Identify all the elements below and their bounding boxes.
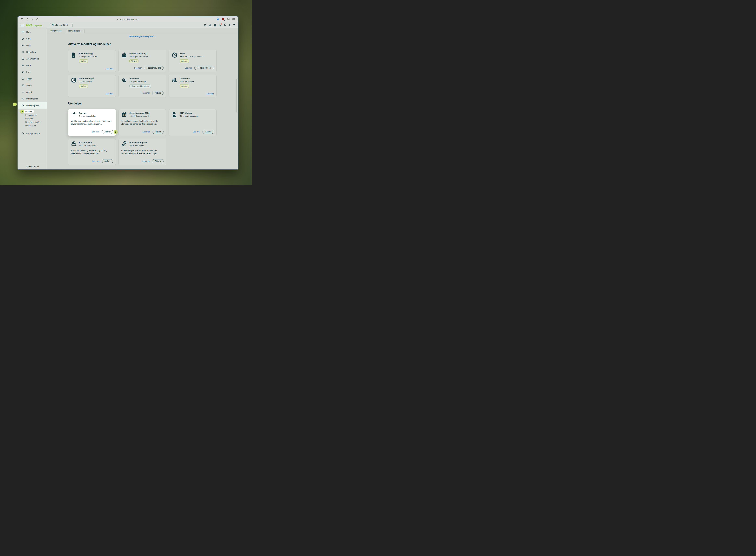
menu-hamburger-icon[interactable]	[21, 24, 24, 26]
shield-badge: 8	[224, 20, 225, 21]
close-icon[interactable]: ×	[81, 30, 82, 32]
aktiver-button[interactable]: Aktiver	[152, 130, 164, 134]
module-title: Etterbetaling lønn	[129, 141, 148, 144]
module-card-ehf-mottak: EHF Mottak 4.5 kr per transaksjon Les me…	[169, 109, 216, 136]
password-manager-extension-icon[interactable]	[216, 18, 219, 21]
les-mer-link[interactable]: Les mer	[207, 93, 214, 95]
notification-dot	[220, 24, 222, 25]
sidebar-subitem-moduler[interactable]: Moduler 2	[25, 110, 47, 113]
sidebar-item-dimensjoner[interactable]: Dimensjoner	[18, 95, 47, 102]
les-mer-link[interactable]: Les mer	[134, 67, 142, 69]
sidebar-toggle-icon[interactable]	[21, 18, 24, 21]
tractor-icon	[171, 77, 178, 83]
les-mer-link[interactable]: Les mer	[92, 131, 99, 133]
module-title: EHF Sending	[79, 52, 97, 55]
sidebar-item-hjem[interactable]: Hjem	[18, 29, 47, 35]
sidebar-item-label: Utgift	[26, 44, 31, 47]
edit-menu-button[interactable]: Rediger meny	[18, 164, 47, 170]
aktiver-button[interactable]: Aktiver	[102, 130, 113, 134]
sidebar-item-utgift[interactable]: Utgift	[18, 42, 47, 49]
extensions-settings-icon[interactable]	[227, 18, 230, 21]
les-mer-link[interactable]: Les mer	[106, 68, 113, 70]
palm-icon	[71, 111, 77, 118]
url-text: system.eikaregnskap.no	[120, 18, 139, 20]
module-price: 4.5 kr per transaksjon	[79, 56, 97, 58]
bank-icon	[22, 64, 24, 67]
sidebar-item-bank[interactable]: Bank	[18, 62, 47, 69]
svg-text:2024: 2024	[122, 114, 126, 116]
sidebar-item-markedsplass[interactable]: Markedsplass	[18, 102, 47, 109]
module-description: Med fraværsmodulen kan du enkelt registr…	[71, 120, 113, 126]
aktiver-button[interactable]: Aktiver	[203, 130, 214, 134]
sidebar-subitem-integrasjoner[interactable]: Integrasjoner	[25, 113, 47, 117]
sidebar-item-altinn[interactable]: Altinn	[18, 82, 47, 89]
sidebar-item-annet[interactable]: Annet	[18, 89, 47, 95]
rediger-brukere-button[interactable]: Rediger brukere	[195, 66, 214, 70]
coins-clock-icon	[121, 141, 127, 147]
sidebar-subitem-label: Filimport	[25, 117, 33, 120]
sidebar-subitem-label: Integrasjoner	[25, 114, 37, 116]
aktiver-button[interactable]: Aktiver	[102, 159, 113, 163]
module-title: Fravær	[79, 111, 96, 114]
eika-logo: eika. Regnskap	[26, 23, 42, 27]
split-view-icon[interactable]	[232, 18, 235, 21]
settings-gear-icon[interactable]	[223, 24, 226, 27]
sidebar-item-label: Årsavslutning	[26, 58, 39, 60]
aktiver-button[interactable]: Aktiver	[152, 91, 164, 95]
module-card-landbruk: Landbruk 99 kr per måned Aktivert Les me…	[169, 75, 216, 97]
compare-functions-link[interactable]: Sammenlign funksjoner	[47, 35, 238, 38]
aktiver-button[interactable]: Aktiver	[152, 159, 164, 163]
bar-chart-icon	[22, 31, 24, 33]
module-price: 4.5 kr per transaksjon	[180, 115, 198, 117]
company-selector[interactable]: Eika Demo 2025	[50, 23, 73, 27]
sidebar-menu: Hjem Salg Utgift Regnskap Årsavslutning …	[18, 29, 47, 109]
module-card-rsavslutning-2024: 2024 Årsavslutning 2024 1199 kr innevære…	[118, 109, 166, 136]
profile-person-icon[interactable]	[228, 24, 231, 27]
sidebar-item-label: Lønn	[26, 71, 31, 73]
les-mer-link[interactable]: Les mer	[193, 131, 200, 133]
status-badge: Aktivert	[180, 60, 189, 63]
browser-toolbar: system.eikaregnskap.no 8	[18, 16, 238, 22]
help-icon[interactable]: ?	[233, 24, 235, 27]
activated-modules-grid: EHF Sending 4.5 kr per transaksjon Aktiv…	[68, 50, 216, 97]
sidebar-menu-bottom: Bankprodukter	[18, 130, 47, 137]
sidebar-item-bankprodukter[interactable]: Bankprodukter	[18, 130, 47, 137]
status-badge: Aktivert	[129, 60, 138, 63]
forward-icon[interactable]	[31, 18, 34, 21]
sidebar-item-lonn[interactable]: Lønn	[18, 69, 47, 75]
file-upload-icon	[71, 52, 77, 58]
inbox-icon	[22, 84, 24, 87]
les-mer-link[interactable]: Les mer	[142, 160, 150, 162]
les-mer-link[interactable]: Les mer	[142, 131, 150, 133]
sidebar-subitem-regnskapsbyraer[interactable]: Regnskapsbyråer	[25, 120, 47, 124]
reload-icon[interactable]	[36, 18, 39, 21]
cart-icon	[22, 37, 24, 40]
add-new-icon[interactable]	[213, 24, 216, 27]
rediger-brukere-button[interactable]: Rediger brukere	[144, 66, 164, 70]
search-icon[interactable]	[204, 24, 207, 27]
adblock-shield-extension-icon[interactable]: 8	[222, 18, 225, 21]
calendar-2024-icon: 2024	[121, 111, 127, 118]
link-icon	[117, 18, 119, 20]
scrollbar[interactable]	[237, 79, 237, 113]
company-building-icon[interactable]	[209, 24, 212, 27]
sidebar-item-regnskap[interactable]: Regnskap	[18, 49, 47, 56]
sidebar-item-timer[interactable]: Timer	[18, 75, 47, 82]
sidebar-item-arsavslutning[interactable]: Årsavslutning	[18, 56, 47, 62]
les-mer-link[interactable]: Les mer	[106, 93, 113, 95]
les-mer-link[interactable]: Les mer	[142, 92, 150, 94]
sidebar-item-salg[interactable]: Salg	[18, 35, 47, 42]
sidebar-subitem-produktkjop[interactable]: Produktkjøp	[25, 124, 47, 128]
back-icon[interactable]	[26, 18, 29, 21]
tab-markedsplass[interactable]: Markedsplass ×	[66, 29, 84, 33]
address-bar[interactable]: system.eikaregnskap.no	[117, 16, 139, 22]
module-price: 105 kr per transaksjon	[129, 56, 148, 58]
les-mer-link[interactable]: Les mer	[92, 160, 99, 162]
sidebar-subitem-filimport[interactable]: Filimport	[25, 117, 47, 120]
sidebar-subitem-label: Regnskapsbyråer	[25, 121, 41, 124]
status-badge: Kjøpt, men ikke aktivert	[129, 84, 151, 88]
extensions-grid: Fravær 3 kr per transaksjon Med fraværsm…	[68, 109, 216, 165]
tab-label: Markedsplass	[68, 30, 80, 32]
notifications-bell-icon[interactable]	[218, 24, 221, 27]
les-mer-link[interactable]: Les mer	[185, 67, 192, 69]
